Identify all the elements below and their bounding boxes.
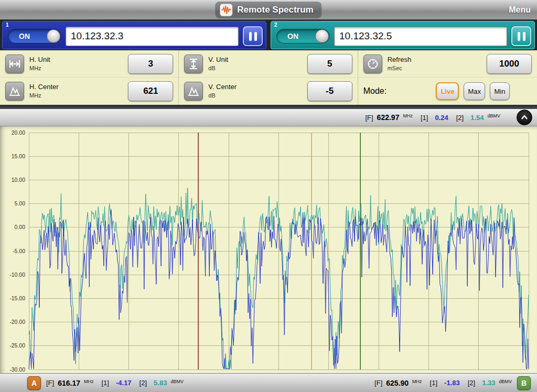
spectrum-chart[interactable]: 20.0015.0010.005.000.00-5.00-10.00-15.00…	[0, 126, 537, 373]
svg-text:5.00: 5.00	[15, 200, 26, 206]
svg-text:20.00: 20.00	[12, 129, 25, 136]
cursor-readout: [F] 622.97 MHz [1] 0.24 [2] 1.54 dBMV	[365, 113, 500, 122]
toggle-knob	[47, 29, 60, 43]
frequency-unit-label: MHz	[403, 113, 413, 118]
svg-text:-15.00: -15.00	[9, 295, 25, 301]
device-panel-1: 1 ON	[2, 21, 266, 49]
timer-icon	[363, 55, 382, 73]
toggle-knob	[315, 29, 329, 43]
v-unit-value-button[interactable]: 5	[307, 54, 352, 74]
setting-v-center: V. Center dB -5	[179, 78, 358, 105]
mode-button-group: Live Max Min	[436, 82, 510, 100]
setting-label: V. Unit	[208, 56, 302, 64]
device-1-level-value: -1.83	[444, 379, 460, 387]
setting-h-center: H. Center MHz 621	[0, 78, 179, 105]
setting-h-unit: H. Unit MHz 3	[0, 50, 179, 78]
mode-min-button[interactable]: Min	[490, 82, 510, 100]
device-2-level-value: 1.54	[470, 114, 484, 122]
device-1-index-label: [1]	[421, 114, 428, 122]
device-1-pause-button[interactable]	[243, 26, 263, 46]
device-panel-2: 2 ON	[271, 21, 535, 49]
device-row: 1 ON 2 ON	[0, 20, 537, 50]
h-unit-value-button[interactable]: 3	[128, 54, 173, 74]
setting-label: H. Unit	[29, 56, 123, 64]
level-unit-label: dBMV	[499, 379, 512, 384]
svg-text:-30.00: -30.00	[9, 366, 25, 373]
device-2-level-value: 5.83	[154, 379, 167, 387]
setting-unit: dB	[208, 64, 302, 72]
spectrum-peak-icon	[5, 82, 24, 101]
device-2-index-label: [2]	[139, 379, 147, 387]
collapse-chart-button[interactable]	[517, 110, 532, 125]
setting-label: H. Center	[29, 83, 123, 92]
v-center-value-button[interactable]: -5	[307, 81, 352, 101]
refresh-value-button[interactable]: 1000	[487, 54, 532, 74]
device-1-number: 1	[6, 22, 9, 28]
svg-text:-20.00: -20.00	[9, 319, 25, 325]
waveform-logo-icon	[219, 3, 233, 17]
setting-unit: MHz	[29, 64, 123, 72]
horizontal-arrows-icon	[5, 55, 24, 73]
device-2-index-label: [2]	[456, 114, 464, 122]
svg-text:0.00: 0.00	[15, 224, 26, 230]
h-center-value-button[interactable]: 621	[128, 81, 173, 101]
marker-b-frequency-value: 625.90	[386, 379, 409, 387]
svg-text:10.00: 10.00	[12, 177, 25, 183]
mode-label: Mode:	[363, 86, 386, 96]
svg-text:-25.00: -25.00	[9, 342, 25, 349]
device-1-index-label: [1]	[102, 379, 109, 387]
app-title: Remote Spectrum	[237, 5, 313, 15]
mode-live-button[interactable]: Live	[436, 82, 459, 100]
settings-panel: H. Unit MHz 3 V. Unit dB 5 Refresh mSec …	[0, 50, 537, 105]
toggle-on-label: ON	[287, 32, 298, 40]
frequency-unit-label: MHz	[84, 379, 94, 384]
marker-a-frequency-value: 616.17	[58, 379, 80, 387]
app-title-group: Remote Spectrum	[215, 2, 321, 18]
device-1-ip-input[interactable]	[66, 27, 239, 46]
divider	[0, 105, 537, 109]
spectrum-plot[interactable]: 20.0015.0010.005.000.00-5.00-10.00-15.00…	[0, 126, 537, 373]
level-unit-label: dBMV	[487, 113, 500, 118]
setting-unit: mSec	[388, 64, 481, 72]
top-app-bar: Remote Spectrum Menu	[0, 0, 537, 20]
marker-b-readout: [F] 625.90 MHz [1] -1.83 [2] 1.33 dBMV	[374, 379, 512, 387]
setting-v-unit: V. Unit dB 5	[179, 50, 358, 78]
setting-refresh: Refresh mSec 1000	[358, 50, 537, 78]
marker-f-label: [F]	[46, 379, 54, 387]
chart-header: [F] 622.97 MHz [1] 0.24 [2] 1.54 dBMV	[0, 109, 537, 126]
pause-icon	[518, 32, 525, 41]
device-2-index-label: [2]	[468, 379, 475, 387]
marker-b-badge[interactable]: B	[517, 376, 531, 390]
device-1-level-value: -4.17	[116, 379, 132, 387]
setting-unit: MHz	[29, 92, 123, 99]
svg-text:-10.00: -10.00	[9, 271, 25, 278]
device-2-level-value: 1.33	[482, 379, 495, 387]
mode-max-button[interactable]: Max	[464, 82, 485, 100]
setting-label: V. Center	[208, 83, 302, 92]
device-1-power-toggle[interactable]: ON	[8, 29, 61, 43]
svg-text:15.00: 15.00	[12, 153, 25, 159]
level-unit-label: dBMV	[170, 379, 184, 384]
marker-a-badge[interactable]: A	[27, 376, 41, 390]
setting-mode: Mode: Live Max Min	[358, 78, 537, 105]
marker-a-readout: [F] 616.17 MHz [1] -4.17 [2] 5.83 dBMV	[46, 379, 184, 387]
device-1-level-value: 0.24	[435, 114, 448, 122]
chevron-up-icon	[520, 113, 529, 122]
marker-readout-bar: A [F] 616.17 MHz [1] -4.17 [2] 5.83 dBMV…	[0, 373, 537, 392]
cursor-frequency-value: 622.97	[377, 113, 400, 122]
menu-button[interactable]: Menu	[509, 5, 531, 15]
device-1-index-label: [1]	[430, 379, 437, 387]
device-2-pause-button[interactable]	[511, 26, 531, 46]
marker-f-label: [F]	[365, 114, 373, 122]
setting-unit: dB	[208, 92, 302, 99]
spectrum-peak-icon	[184, 82, 203, 101]
vertical-arrows-icon	[184, 55, 203, 73]
svg-text:-5.00: -5.00	[13, 248, 25, 254]
pause-icon	[249, 32, 257, 41]
toggle-on-label: ON	[19, 32, 30, 40]
device-2-number: 2	[274, 22, 277, 28]
marker-f-label: [F]	[374, 379, 382, 387]
setting-label: Refresh	[388, 56, 481, 64]
device-2-power-toggle[interactable]: ON	[276, 29, 330, 43]
device-2-ip-input[interactable]	[334, 27, 507, 46]
